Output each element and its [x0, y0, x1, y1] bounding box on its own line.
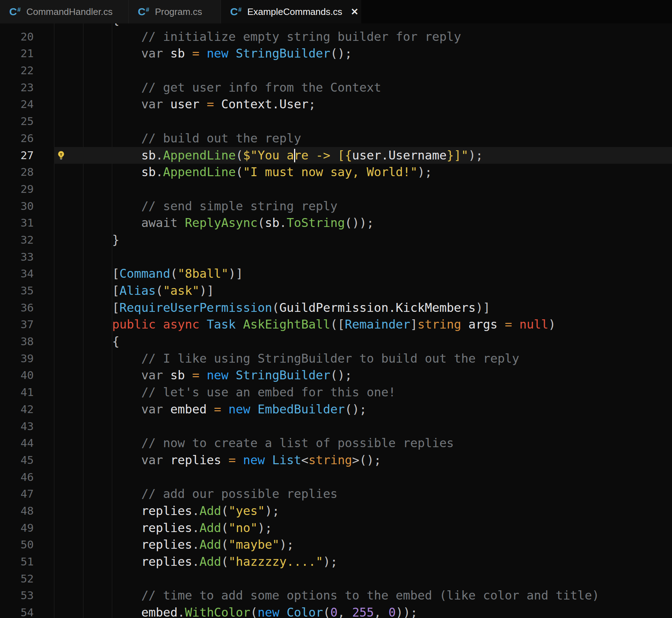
line-number[interactable]: 52: [0, 570, 54, 587]
code-text[interactable]: // let's use an embed for this one!: [54, 384, 396, 401]
code-text[interactable]: replies.Add("maybe");: [54, 536, 294, 553]
token-p: );: [323, 554, 337, 569]
line-number[interactable]: 25: [0, 113, 54, 130]
code-line-44: 44 // now to create a list of possible r…: [0, 435, 672, 452]
token-i: user: [163, 97, 207, 111]
line-number[interactable]: 19: [0, 23, 54, 28]
code-text[interactable]: var embed = new EmbedBuilder();: [54, 401, 367, 418]
line-number[interactable]: 29: [0, 181, 54, 198]
code-text[interactable]: replies.Add("hazzzzy....");: [54, 553, 337, 570]
code-text[interactable]: [Alias("ask")]: [54, 282, 214, 299]
code-editor[interactable]: 19 {20 // initialize empty string builde…: [0, 23, 672, 618]
line-number[interactable]: 31: [0, 215, 54, 232]
code-line-30: 30 // send simple string reply: [0, 198, 672, 215]
code-text[interactable]: // time to add some options to the embed…: [54, 587, 599, 604]
line-number[interactable]: 46: [0, 469, 54, 486]
code-text[interactable]: // now to create a list of possible repl…: [54, 435, 454, 452]
tab-examplecommands-cs[interactable]: C#ExampleCommands.cs✕: [221, 0, 361, 23]
line-number[interactable]: 41: [0, 384, 54, 401]
line-number[interactable]: 32: [0, 232, 54, 249]
line-number[interactable]: 20: [0, 28, 54, 45]
code-text[interactable]: // initialize empty string builder for r…: [54, 28, 461, 45]
code-text[interactable]: }: [54, 232, 119, 249]
code-text[interactable]: // build out the reply: [54, 130, 301, 147]
token-o: =: [192, 46, 199, 60]
token-s: "I must now say, World!": [243, 165, 417, 179]
code-text[interactable]: var user = Context.User;: [54, 96, 316, 113]
line-number[interactable]: 43: [0, 418, 54, 435]
tab-commandhandler-cs[interactable]: C#CommandHandler.cs: [0, 0, 129, 23]
code-line-37: 37 public async Task AskEightBall([Remai…: [0, 316, 672, 333]
close-tab-icon[interactable]: ✕: [342, 7, 358, 16]
line-number[interactable]: 48: [0, 503, 54, 520]
line-number[interactable]: 38: [0, 333, 54, 350]
code-text[interactable]: public async Task AskEightBall([Remainde…: [54, 316, 556, 333]
token-i: replies: [54, 521, 192, 535]
code-text[interactable]: {: [54, 23, 119, 28]
line-number[interactable]: 24: [0, 96, 54, 113]
code-text[interactable]: // I like using StringBuilder to build o…: [54, 350, 519, 367]
line-number[interactable]: 42: [0, 401, 54, 418]
line-number[interactable]: 40: [0, 367, 54, 384]
code-text[interactable]: var sb = new StringBuilder();: [54, 45, 352, 62]
line-number[interactable]: 47: [0, 486, 54, 503]
token-p: >();: [352, 453, 381, 467]
tab-program-cs[interactable]: C#Program.cs: [129, 0, 221, 23]
line-number[interactable]: 35: [0, 282, 54, 299]
token-u: 255: [352, 605, 374, 618]
token-i: sb: [163, 46, 192, 60]
line-number[interactable]: 22: [0, 62, 54, 79]
token-t: StringBuilder: [236, 46, 330, 60]
code-line-23: 23 // get user info from the Context: [0, 79, 672, 96]
code-text[interactable]: sb.AppendLine("I must now say, World!");: [54, 164, 432, 181]
code-text[interactable]: [RequireUserPermission(GuildPermission.K…: [54, 299, 490, 316]
token-s: "8ball": [178, 266, 228, 281]
line-number[interactable]: 44: [0, 435, 54, 452]
line-number[interactable]: 28: [0, 164, 54, 181]
code-text[interactable]: embed.WithColor(new Color(0, 255, 0));: [54, 604, 418, 618]
token-p: {: [54, 334, 119, 348]
line-number[interactable]: 21: [0, 45, 54, 62]
token-i: sb: [265, 216, 280, 230]
code-text[interactable]: // send simple string reply: [54, 198, 337, 215]
line-number[interactable]: 39: [0, 350, 54, 367]
line-number[interactable]: 50: [0, 536, 54, 553]
code-text[interactable]: sb.AppendLine($"You are -> [{user.Userna…: [54, 147, 483, 164]
line-number[interactable]: 27: [0, 147, 54, 164]
code-text[interactable]: // add our possible replies: [54, 486, 337, 503]
code-line-49: 49 replies.Add("no");: [0, 520, 672, 537]
line-number[interactable]: 45: [0, 452, 54, 469]
line-number[interactable]: 33: [0, 249, 54, 266]
code-text[interactable]: var replies = new List<string>();: [54, 452, 381, 469]
line-number[interactable]: 51: [0, 553, 54, 570]
line-number[interactable]: 53: [0, 587, 54, 604]
code-text[interactable]: replies.Add("yes");: [54, 503, 280, 520]
line-number[interactable]: 49: [0, 520, 54, 537]
token-s: $"You are -> [{: [243, 148, 352, 162]
token-k: var: [54, 368, 163, 382]
code-line-46: 46: [0, 469, 672, 486]
line-number[interactable]: 30: [0, 198, 54, 215]
token-p: {: [54, 23, 119, 27]
token-t: EmbedBuilder: [258, 402, 345, 416]
line-number[interactable]: 36: [0, 299, 54, 316]
code-line-28: 28 sb.AppendLine("I must now say, World!…: [0, 164, 672, 181]
code-text[interactable]: replies.Add("no");: [54, 520, 272, 537]
line-number[interactable]: 26: [0, 130, 54, 147]
token-m: Add: [199, 554, 221, 569]
code-text[interactable]: await ReplyAsync(sb.ToString());: [54, 215, 374, 232]
token-k: await: [54, 216, 185, 230]
token-p: ();: [345, 402, 367, 416]
token-c: // time to add some options to the embed…: [54, 588, 599, 602]
code-text[interactable]: {: [54, 333, 119, 350]
code-text[interactable]: var sb = new StringBuilder();: [54, 367, 352, 384]
code-text[interactable]: [Command("8ball")]: [54, 265, 243, 282]
token-p: ]: [410, 317, 417, 331]
line-number[interactable]: 37: [0, 316, 54, 333]
line-number[interactable]: 34: [0, 265, 54, 282]
quick-fix-lightbulb-icon[interactable]: [55, 150, 67, 161]
line-number[interactable]: 23: [0, 79, 54, 96]
code-text[interactable]: // get user info from the Context: [54, 79, 381, 96]
token-i: replies: [54, 537, 192, 552]
line-number[interactable]: 54: [0, 604, 54, 618]
